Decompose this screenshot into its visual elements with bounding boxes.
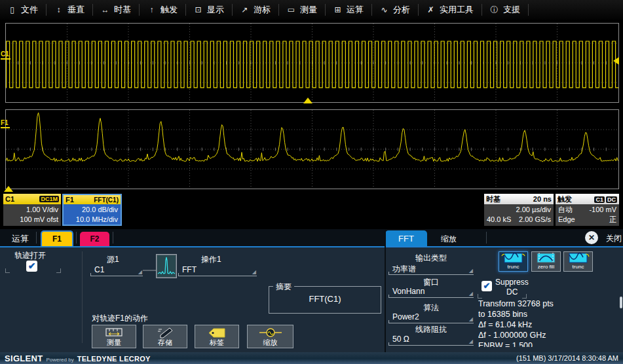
memory-and-clock: (151 MB) 3/17/2014 8:30:48 AM bbox=[516, 354, 618, 362]
trace-actions-label: 对轨迹F1的动作 bbox=[92, 313, 148, 324]
vertical-arrows-icon: ↕ bbox=[54, 5, 63, 14]
c1-coupling-badge: DC1M bbox=[39, 196, 59, 202]
menu-item-label: 分析 bbox=[393, 4, 410, 16]
output-type-select[interactable]: 功率谱 ◢ bbox=[388, 263, 474, 275]
focus-corner bbox=[522, 294, 527, 299]
menu-item-trigger[interactable]: ↑触发 bbox=[140, 0, 185, 20]
trigger-descriptor-box[interactable]: 触发 C1DC 自动-100 mV Edge正 bbox=[556, 194, 619, 226]
tab-f2[interactable]: F2 bbox=[80, 232, 109, 246]
suppress-dc-label-line1: Suppress bbox=[495, 278, 529, 287]
timebase-samples: 40.0 kS bbox=[487, 215, 511, 225]
menu-item-label: 时基 bbox=[114, 4, 131, 16]
tab-f1[interactable]: F1 bbox=[41, 230, 73, 246]
fill-mode-trunc-2-button[interactable]: trunc bbox=[563, 251, 593, 272]
horizontal-arrows-icon: ↔ bbox=[101, 5, 109, 14]
calculator-icon: ⊞ bbox=[333, 5, 342, 14]
fft-operator-button[interactable] bbox=[156, 254, 177, 278]
focus-corner bbox=[5, 268, 10, 273]
tab-divider bbox=[76, 232, 77, 244]
tab-fft[interactable]: FFT bbox=[385, 230, 427, 246]
timebase-per-div: 2.00 µs/div bbox=[487, 205, 551, 215]
operator1-select[interactable]: FFT ◢ bbox=[178, 264, 257, 276]
trunc-waveform-icon bbox=[566, 252, 590, 264]
fft-spectrum-trace bbox=[6, 110, 618, 189]
window-select[interactable]: VonHann ◢ bbox=[388, 286, 474, 298]
timebase-descriptor-box[interactable]: 时基20 ns 2.00 µs/div 40.0 kS2.00 GS/s bbox=[484, 194, 554, 226]
file-icon: ▯ bbox=[8, 5, 16, 14]
menu-item-support[interactable]: ⓘ支援 bbox=[482, 0, 528, 20]
impedance-select[interactable]: 50 Ω ◢ bbox=[388, 334, 474, 346]
waveform-display-area: C1 F1 bbox=[0, 20, 623, 192]
fft-info-line: Transform 32768 pts bbox=[478, 299, 620, 309]
source1-select[interactable]: C1 ◢ bbox=[90, 264, 143, 276]
fill-mode-trunc-1-button[interactable]: trunc bbox=[499, 251, 528, 272]
f1-function: FFT(C1) bbox=[94, 196, 119, 204]
algorithm-select[interactable]: Power2 ◢ bbox=[388, 312, 474, 323]
c1-descriptor-box[interactable]: C1DC1M 1.00 V/div100 mV ofst bbox=[3, 194, 61, 226]
fft-spectrum-icon bbox=[157, 255, 176, 277]
trigger-level-marker[interactable] bbox=[613, 57, 619, 65]
fft-grid-f1 bbox=[5, 109, 619, 189]
menu-item-file[interactable]: ▯文件 bbox=[0, 0, 46, 20]
close-icon[interactable]: ✕ bbox=[585, 231, 598, 244]
summary-label: 摘要 bbox=[273, 282, 294, 293]
chevron-down-icon: ◢ bbox=[469, 291, 473, 297]
suppress-dc-checkbox[interactable]: ✔ bbox=[481, 281, 492, 291]
menu-item-utilities[interactable]: ✗实用工具 bbox=[419, 0, 481, 20]
signal-connector-line bbox=[143, 270, 156, 271]
c1-channel-marker[interactable]: C1 bbox=[1, 50, 10, 60]
timebase-rate: 2.00 GS/s bbox=[519, 215, 551, 225]
fill-mode-label: zero fill bbox=[538, 264, 554, 270]
chevron-down-icon: ◢ bbox=[138, 270, 142, 275]
menu-item-display[interactable]: ⊡显示 bbox=[186, 0, 232, 20]
f1-title: F1 bbox=[66, 196, 74, 204]
menu-item-measure[interactable]: ▭测量 bbox=[279, 0, 325, 20]
menu-item-vertical[interactable]: ↕垂直 bbox=[47, 0, 92, 20]
close-label[interactable]: 关闭 bbox=[606, 233, 622, 244]
menu-item-math[interactable]: ⊞运算 bbox=[326, 0, 371, 20]
c1-offset: 100 mV ofst bbox=[6, 215, 58, 225]
measure-button[interactable]: 测量 bbox=[92, 325, 136, 348]
waveform-chart-icon: ∿ bbox=[380, 5, 388, 14]
menu-item-label: 垂直 bbox=[67, 4, 85, 16]
measure-ruler-icon bbox=[104, 327, 124, 338]
menu-item-timebase[interactable]: ↔时基 bbox=[93, 0, 139, 20]
save-button-label: 存储 bbox=[158, 338, 172, 347]
focus-corner bbox=[478, 294, 482, 299]
impedance-value: 50 Ω bbox=[392, 335, 409, 344]
measure-button-label: 测量 bbox=[107, 338, 121, 347]
zoom-button[interactable]: 缩放 bbox=[247, 325, 293, 348]
chevron-down-icon: ◢ bbox=[252, 270, 256, 275]
f1-channel-marker[interactable]: F1 bbox=[1, 119, 10, 128]
tag-icon bbox=[207, 327, 227, 338]
tab-divider bbox=[113, 232, 113, 244]
channel-grid-c1 bbox=[5, 23, 619, 103]
fill-mode-label: trunc bbox=[573, 264, 584, 270]
menu-item-analysis[interactable]: ∿分析 bbox=[372, 0, 418, 20]
fft-start-marker[interactable] bbox=[4, 186, 13, 192]
output-type-label: 输出类型 bbox=[388, 253, 474, 264]
fft-info-line: to 16385 bins bbox=[478, 309, 620, 319]
scroll-indicator[interactable] bbox=[620, 297, 622, 308]
trace-on-checkbox[interactable]: ✔ bbox=[26, 261, 37, 272]
menu-item-label: 触发 bbox=[160, 4, 178, 16]
magnifier-wave-icon bbox=[259, 327, 282, 338]
trigger-position-marker[interactable] bbox=[303, 98, 312, 103]
teledyne-lecroy-logo: TELEDYNE LECROY bbox=[77, 355, 151, 363]
tab-zoom[interactable]: 缩放 bbox=[430, 232, 468, 246]
menu-item-cursors[interactable]: ↗游标 bbox=[233, 0, 278, 20]
math-dialog: 运算 F1 F2 FFT 缩放 ✕ 关闭 轨迹打开 ✔ 源1 C1 ◢ 操作1 … bbox=[0, 229, 623, 352]
pencil-icon bbox=[155, 327, 175, 338]
save-button[interactable]: 存储 bbox=[143, 325, 187, 348]
fill-mode-zero-fill-button[interactable]: zero fill bbox=[531, 251, 561, 272]
trigger-source-badge: C1 bbox=[594, 196, 605, 203]
c1-vdiv: 1.00 V/div bbox=[6, 205, 58, 215]
label-button[interactable]: 标签 bbox=[195, 325, 239, 348]
zoom-button-label: 缩放 bbox=[263, 338, 278, 347]
siglent-logo: SIGLENT bbox=[5, 354, 43, 363]
menu-item-label: 游标 bbox=[254, 4, 271, 16]
powered-by-text: Powered by bbox=[46, 357, 73, 363]
source1-label: 源1 bbox=[107, 254, 119, 265]
f1-descriptor-box[interactable]: F1FFT(C1) 20.0 dB/div10.0 MHz/div bbox=[62, 194, 122, 226]
menu-bar: ▯文件 ↕垂直 ↔时基 ↑触发 ⊡显示 ↗游标 ▭测量 ⊞运算 ∿分析 ✗实用工… bbox=[0, 0, 623, 20]
